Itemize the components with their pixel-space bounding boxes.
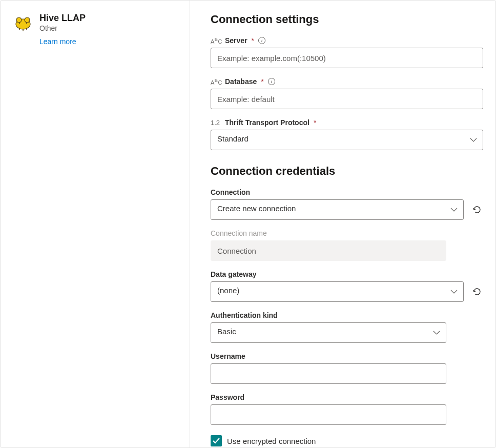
connector-subtitle: Other <box>39 24 86 32</box>
connection-name-label: Connection name <box>211 229 267 237</box>
connection-field: Connection Create new connection <box>211 188 483 220</box>
info-icon[interactable]: i <box>268 78 275 85</box>
refresh-gateway-button[interactable] <box>471 286 483 298</box>
protocol-select[interactable]: Standard <box>211 130 483 150</box>
connection-name-field: Connection name <box>211 229 446 261</box>
connection-label: Connection <box>211 188 250 196</box>
database-field: ABC Database * i <box>211 77 483 109</box>
server-label: Server <box>225 36 247 45</box>
password-input[interactable] <box>211 404 446 425</box>
main-panel: Connection settings ABC Server * i ABC D… <box>190 1 495 447</box>
check-icon <box>213 438 220 444</box>
protocol-field: 1.2 Thrift Transport Protocol * Standard <box>211 118 483 150</box>
password-label: Password <box>211 393 244 401</box>
connection-name-input <box>211 240 446 261</box>
server-field: ABC Server * i <box>211 36 483 68</box>
abc-icon: ABC <box>211 37 222 45</box>
username-input[interactable] <box>211 363 446 384</box>
protocol-label: Thrift Transport Protocol <box>225 118 309 127</box>
username-field: Username <box>211 352 446 384</box>
encrypted-checkbox[interactable] <box>211 435 222 446</box>
database-label: Database <box>225 77 257 86</box>
encrypted-row: Use encrypted connection <box>211 435 483 446</box>
refresh-icon <box>472 287 482 297</box>
refresh-icon <box>472 205 482 215</box>
username-label: Username <box>211 352 245 360</box>
server-input[interactable] <box>211 48 483 68</box>
database-input[interactable] <box>211 89 483 109</box>
settings-heading: Connection settings <box>211 13 483 26</box>
svg-point-1 <box>16 17 22 23</box>
auth-kind-select[interactable]: Basic <box>211 322 446 343</box>
required-asterisk: * <box>314 118 316 127</box>
credentials-heading: Connection credentials <box>211 165 483 178</box>
info-icon[interactable]: i <box>258 37 265 44</box>
svg-point-3 <box>19 23 20 24</box>
required-asterisk: * <box>252 36 254 45</box>
dialog: Hive LLAP Other Learn more Connection se… <box>0 0 496 448</box>
auth-kind-field: Authentication kind Basic <box>211 311 446 343</box>
svg-point-4 <box>26 23 27 24</box>
sidebar: Hive LLAP Other Learn more <box>1 1 190 447</box>
learn-more-link[interactable]: Learn more <box>39 37 76 46</box>
required-asterisk: * <box>261 77 263 86</box>
hive-icon <box>13 13 33 33</box>
connection-select[interactable]: Create new connection <box>211 199 464 220</box>
gateway-select[interactable]: (none) <box>211 281 464 302</box>
refresh-connection-button[interactable] <box>471 203 483 216</box>
gateway-label: Data gateway <box>211 270 256 278</box>
svg-point-2 <box>25 17 30 23</box>
connector-title: Hive LLAP <box>39 13 86 24</box>
connector-header: Hive LLAP Other Learn more <box>13 13 177 46</box>
number-icon: 1.2 <box>211 119 222 127</box>
password-field: Password <box>211 393 446 425</box>
abc-icon: ABC <box>211 78 222 86</box>
gateway-field: Data gateway (none) <box>211 270 483 302</box>
encrypted-label: Use encrypted connection <box>227 437 316 445</box>
auth-kind-label: Authentication kind <box>211 311 278 319</box>
